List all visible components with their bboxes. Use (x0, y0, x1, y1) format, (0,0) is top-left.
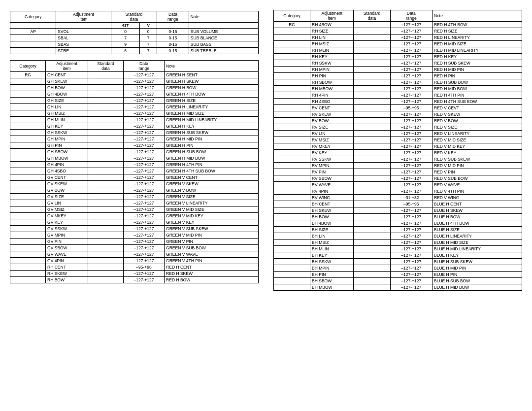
table-cell: GH SIZE (46, 98, 88, 104)
table-cell (274, 92, 310, 99)
table-cell (274, 156, 310, 163)
table-cell: RG (10, 72, 46, 78)
table-cell (88, 91, 123, 98)
table-cell: –127-+127 (123, 232, 164, 239)
table-cell: –127-+127 (123, 104, 164, 110)
table-cell: RV 4PIN (310, 188, 354, 195)
rg-table-right: Category Adjustmentitem Standarddata Dat… (273, 10, 522, 291)
table-cell: GV SSKW (46, 226, 88, 232)
table-cell (274, 131, 310, 137)
table-cell (10, 136, 46, 142)
table-cell: RH 4SBO (310, 99, 354, 105)
table-row: RV KEY–127-+127RED V KEY (274, 150, 522, 156)
table-cell: RH BOW (46, 277, 88, 283)
table-cell: GH 4PIN (46, 162, 88, 168)
table-cell: –127-+127 (123, 258, 164, 264)
col-note: Note (189, 11, 258, 23)
table-cell: GREEN H MID PIN (165, 136, 259, 142)
table-cell (88, 78, 123, 85)
rg-col-note: Note (165, 61, 259, 72)
table-cell: BH BOW (310, 214, 354, 220)
table-cell: RH LIN (310, 34, 354, 41)
table-cell: –127-+127 (390, 54, 432, 60)
col-standard-data: Standarddata (111, 11, 157, 23)
table-cell (88, 226, 123, 232)
table-row: GH SIZE–127-+127GREEN H SIZE (10, 98, 259, 104)
table-cell (274, 28, 310, 34)
table-cell: –127-+127 (390, 278, 432, 284)
table-cell: GV PIN (46, 239, 88, 245)
table-row: RH SBOW–127-+127RED H SUB BOW (274, 79, 522, 86)
rg-r-col-category: Category (274, 10, 310, 22)
table-cell: BLUE H SKEW (432, 207, 522, 214)
table-cell: BLUE H MID BOW (432, 284, 522, 291)
sub-empty4 (189, 23, 258, 29)
table-row: BH CENT–95-+96BLUE H CENT (274, 201, 522, 207)
table-cell: 7 (140, 35, 157, 41)
table-row: RV SKEW–127-+127RED V SKEW (274, 111, 522, 118)
table-cell (10, 168, 46, 174)
table-cell (88, 104, 123, 110)
table-cell: RED V SUB BOW (432, 175, 522, 182)
table-cell: –127-+127 (123, 136, 164, 142)
table-cell (274, 169, 310, 175)
table-cell: –127-+127 (123, 226, 164, 232)
table-cell: GH CENT (46, 72, 88, 78)
table-cell: GV MKEY (46, 213, 88, 219)
table-cell: RH SKEW (46, 271, 88, 277)
table-cell: SBAL (56, 35, 111, 41)
table-row: GV SIZE–127-+127GREEN V SIZE (10, 194, 259, 200)
table-cell: RED V SKEW (432, 111, 522, 118)
table-cell: –127-+127 (390, 22, 432, 28)
table-cell (88, 98, 123, 104)
table-cell (274, 220, 310, 227)
table-cell (10, 251, 46, 258)
table-cell: –127-+127 (390, 227, 432, 233)
table-row: RV SSKW–127-+127RED V SUB SKEW (274, 156, 522, 163)
table-cell: GV WAVE (46, 251, 88, 258)
table-cell (354, 227, 390, 233)
table-cell: GH MPIN (46, 136, 88, 142)
table-cell: RH 4BOW (310, 22, 354, 28)
table-row: GV PIN–127-+127GREEN V PIN (10, 239, 259, 245)
table-cell: RED V PIN (432, 169, 522, 175)
table-cell: GV SKEW (46, 181, 88, 187)
table-cell: RED H 4TH SUB BOW (432, 99, 522, 105)
table-cell: AP (10, 29, 56, 35)
table-cell: GV SIZE (46, 194, 88, 200)
table-cell (354, 86, 390, 92)
table-cell: BLUE H SUB BOW (432, 278, 522, 284)
table-cell (354, 272, 390, 278)
table-cell: RED H MID PIN (432, 67, 522, 73)
table-row: RV CENT–95-+96RED V CEVT (274, 105, 522, 111)
table-row: GH 4PIN–127-+127GREEN H 4TH PIN (10, 162, 259, 168)
table-cell: –31-+32 (390, 195, 432, 201)
table-cell: GREEN H BOW (165, 85, 259, 91)
table-cell: RED V WAVE (432, 182, 522, 188)
table-cell: –127-+127 (123, 271, 164, 277)
table-cell: RH SBOW (310, 79, 354, 86)
table-cell: –127-+127 (390, 163, 432, 169)
table-cell: GV MSIZ (46, 206, 88, 213)
table-row: GH 4BOW–127-+127GREEN H 4TH BOW (10, 91, 259, 98)
table-cell: GV BOW (46, 187, 88, 194)
table-cell (354, 169, 390, 175)
table-row: GH PIN–127-+127GREEN H PIN (10, 142, 259, 149)
table-cell: RED V MID PIN (432, 163, 522, 169)
left-section: Category Adjustmentitem Standarddata Dat… (10, 10, 259, 291)
table-cell: RED V SUB SKEW (432, 156, 522, 163)
table-cell (10, 123, 46, 130)
table-cell (274, 259, 310, 265)
table-cell: GH MBOW (46, 155, 88, 162)
table-cell (274, 227, 310, 233)
table-cell: –127-+127 (390, 111, 432, 118)
sub-empty2 (56, 23, 111, 29)
table-cell: –95-+96 (123, 264, 164, 271)
table-cell (354, 131, 390, 137)
table-row: GH MLIN–127-+127GREEN H MID LINEARITY (10, 117, 259, 123)
table-row: GH MBOW–127-+127GREEN H MID BOW (10, 155, 259, 162)
table-cell: GREEN V MID PIN (165, 232, 259, 239)
table-cell: GREEN V LINEARITY (165, 200, 259, 206)
table-cell: GREEN V WAVE (165, 251, 259, 258)
table-row: GV SSKW–127-+127GREEN V SUB SKEW (10, 226, 259, 232)
